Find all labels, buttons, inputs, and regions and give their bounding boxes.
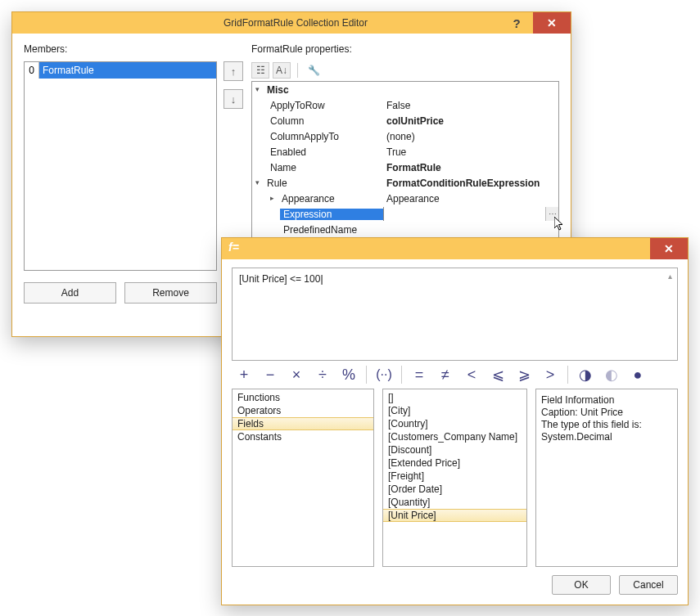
prop-row[interactable]: Appearance Appearance [252, 191, 558, 206]
expression-editor-field[interactable]: ⋯ [383, 207, 558, 221]
add-button[interactable]: Add [24, 282, 116, 304]
properties-label: FormatRule properties: [251, 43, 559, 58]
prop-value: (none) [383, 131, 558, 142]
op-or[interactable]: ◐ [599, 363, 624, 386]
field-item[interactable]: [] [383, 391, 526, 404]
members-item[interactable]: 0 FormatRule [25, 62, 216, 79]
field-item[interactable]: [Unit Price] [383, 509, 526, 522]
scroll-up-icon[interactable]: ▴ [664, 270, 675, 281]
remove-button[interactable]: Remove [124, 282, 217, 304]
info-line: Caption: Unit Price [541, 407, 672, 419]
prop-name: PredefinedName [283, 224, 357, 236]
info-line: System.Decimal [541, 431, 672, 443]
move-up-button[interactable]: ↑ [224, 61, 243, 81]
field-item[interactable]: [Freight] [383, 470, 526, 483]
expression-textarea[interactable]: [Unit Price] <= 100 ▴ [232, 268, 678, 361]
cancel-button[interactable]: Cancel [619, 575, 678, 595]
field-item[interactable]: [Order Date] [383, 483, 526, 496]
prop-value: True [383, 146, 558, 158]
op-eq[interactable]: = [407, 363, 431, 386]
categorized-view-button[interactable]: ☷ [251, 62, 269, 79]
prop-row[interactable]: Enabled True [252, 144, 558, 160]
category-item[interactable]: Constants [233, 430, 373, 443]
prop-row[interactable]: ColumnApplyTo (none) [252, 128, 558, 144]
op-multiply[interactable]: × [284, 363, 309, 386]
field-item[interactable]: [Quantity] [383, 496, 526, 509]
category-misc: Misc [267, 84, 289, 96]
prop-value: colUnitPrice [383, 115, 558, 127]
op-gt[interactable]: > [538, 363, 562, 386]
op-not[interactable]: ● [625, 363, 650, 386]
prop-value: FormatRule [383, 162, 558, 173]
expression-input[interactable] [384, 207, 558, 221]
members-listbox[interactable]: 0 FormatRule [24, 61, 217, 271]
members-label: Members: [24, 43, 217, 58]
op-plus[interactable]: + [232, 363, 256, 386]
expand-icon[interactable] [270, 195, 278, 203]
alphabetical-view-button[interactable]: A↓ [273, 62, 291, 79]
prop-row[interactable]: Rule FormatConditionRuleExpression [252, 175, 558, 191]
prop-row-expression[interactable]: Expression ⋯ [252, 206, 558, 222]
op-ge[interactable]: ⩾ [512, 363, 536, 386]
category-item[interactable]: Functions [233, 391, 373, 404]
category-item[interactable]: Operators [233, 404, 373, 417]
expression-editor-dialog: f= ✕ [Unit Price] <= 100 ▴ + − × ÷ % (··… [221, 237, 689, 605]
prop-name: Name [270, 162, 296, 173]
prop-value: FormatConditionRuleExpression [383, 178, 558, 189]
prop-value: False [383, 100, 558, 111]
field-item[interactable]: [Discount] [383, 443, 526, 456]
close-button[interactable]: ✕ [533, 12, 571, 34]
field-item[interactable]: [Customers_Company Name] [383, 430, 526, 443]
category-item[interactable]: Fields [233, 417, 373, 430]
op-lt[interactable]: < [459, 363, 484, 386]
op-and[interactable]: ◑ [573, 363, 598, 386]
expand-icon[interactable] [255, 86, 264, 94]
prop-row[interactable]: ApplyToRow False [252, 97, 558, 113]
prop-name: Rule [267, 178, 287, 189]
field-info-panel: Field Information Caption: Unit Price Th… [535, 389, 678, 567]
fx-icon: f= [228, 241, 239, 254]
op-minus[interactable]: − [258, 363, 282, 386]
op-paren[interactable]: (··) [372, 363, 396, 386]
propertygrid-toolbar: ☷ A↓ 🔧 [251, 61, 559, 79]
prop-row[interactable]: PredefinedName [252, 222, 558, 237]
op-divide[interactable]: ÷ [310, 363, 335, 386]
prop-name: ColumnApplyTo [270, 131, 339, 142]
field-item[interactable]: [Extended Price] [383, 456, 526, 470]
op-percent[interactable]: % [336, 363, 361, 386]
help-button[interactable]: ? [500, 12, 533, 34]
ok-button[interactable]: OK [552, 575, 611, 595]
members-item-name: FormatRule [39, 62, 216, 79]
expression-ellipsis-button[interactable]: ⋯ [545, 207, 558, 221]
expression-text: [Unit Price] <= 100 [239, 273, 323, 285]
op-neq[interactable]: ≠ [433, 363, 458, 386]
op-le[interactable]: ⩽ [485, 363, 510, 386]
expand-icon[interactable] [255, 179, 264, 187]
move-down-button[interactable]: ↓ [224, 89, 243, 109]
fields-listbox[interactable]: [] [City] [Country] [Customers_Company N… [382, 389, 527, 567]
prop-name: ApplyToRow [270, 100, 325, 111]
members-item-index: 0 [25, 62, 39, 79]
operator-toolbar: + − × ÷ % (··) = ≠ < ⩽ ⩾ > ◑ ◐ ● [232, 361, 678, 389]
titlebar: f= ✕ [222, 238, 688, 259]
info-line: The type of this field is: [541, 419, 672, 431]
prop-name: Appearance [282, 193, 335, 205]
close-button[interactable]: ✕ [650, 238, 688, 259]
titlebar: GridFormatRule Collection Editor ? ✕ [12, 12, 571, 34]
prop-name: Expression [280, 209, 383, 220]
info-line: Field Information [541, 394, 672, 407]
titlebar-title: GridFormatRule Collection Editor [20, 17, 571, 29]
prop-name: Enabled [270, 146, 306, 158]
prop-row[interactable]: Column colUnitPrice [252, 113, 558, 128]
field-item[interactable]: [Country] [383, 417, 526, 430]
prop-row[interactable]: Name FormatRule [252, 160, 558, 175]
field-item[interactable]: [City] [383, 404, 526, 417]
prop-value: Appearance [383, 193, 558, 205]
categories-listbox[interactable]: Functions Operators Fields Constants [232, 389, 374, 567]
property-pages-button[interactable]: 🔧 [305, 62, 323, 79]
prop-name: Column [270, 115, 304, 127]
